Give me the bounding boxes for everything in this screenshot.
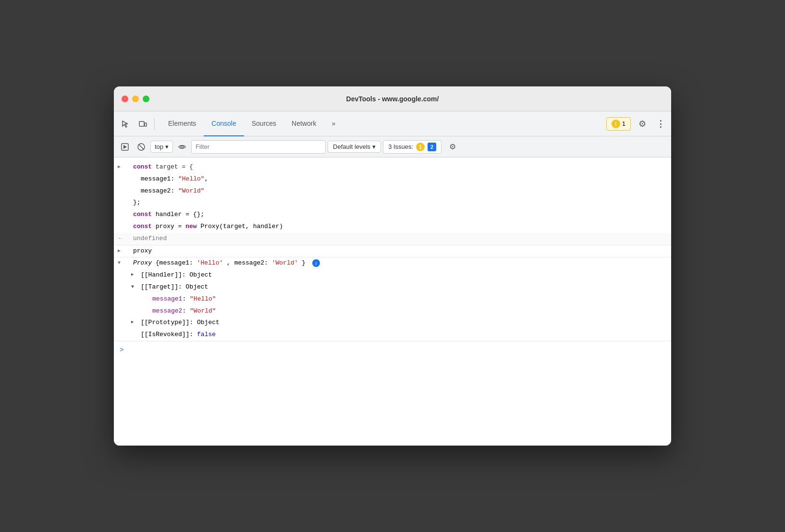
expand-icon[interactable] [118, 247, 121, 255]
console-entry-proxy-input: proxy [114, 245, 671, 258]
filter-input[interactable] [191, 140, 326, 154]
eye-button[interactable] [175, 140, 189, 154]
proxy-summary-line: Proxy {message1: 'Hello' , message2: 'Wo… [114, 257, 671, 269]
prototype-expand-icon[interactable] [131, 319, 134, 326]
code-line-handler: const handler = {}; [114, 209, 671, 221]
toolbar-right: ! 1 ⚙ ⋮ [606, 116, 667, 132]
dropdown-arrow-icon: ▾ [165, 143, 169, 150]
proxy-input-line: proxy [114, 245, 671, 257]
svg-line-5 [139, 144, 144, 149]
dropdown-arrow-icon: ▾ [372, 143, 376, 150]
code-entry-line: const target = { [114, 161, 671, 173]
run-script-button[interactable] [118, 140, 132, 154]
devtools-window: DevTools - www.google.com/ Elements Cons… [114, 86, 671, 446]
svg-marker-3 [123, 145, 127, 149]
tab-more[interactable]: » [324, 111, 343, 136]
warning-badge: ! [612, 120, 620, 128]
tab-sources[interactable]: Sources [244, 111, 284, 136]
target-message1-line: message1: "Hello" [114, 293, 671, 305]
maximize-button[interactable] [143, 96, 149, 102]
nav-tabs: Elements Console Sources Network » [160, 111, 343, 136]
tab-console[interactable]: Console [204, 111, 244, 136]
inspect-element-button[interactable] [118, 116, 133, 132]
code-line-close-brace: }; [114, 197, 671, 209]
code-line-message1: message1: "Hello", [114, 173, 671, 185]
code-line-proxy: const proxy = new Proxy(target, handler) [114, 221, 671, 233]
close-button[interactable] [122, 96, 128, 102]
info-icon[interactable]: i [312, 259, 320, 267]
console-entry-proxy-expanded: Proxy {message1: 'Hello' , message2: 'Wo… [114, 257, 671, 341]
target-message2-line: message2: "World" [114, 305, 671, 317]
console-output: const target = { message1: "Hello", mess… [114, 157, 671, 446]
titlebar: DevTools - www.google.com/ [114, 86, 671, 111]
target-collapse-icon[interactable] [131, 283, 134, 291]
default-levels-button[interactable]: Default levels ▾ [328, 141, 381, 153]
code-line-message2: message2: "World" [114, 185, 671, 197]
isrevoked-line: [[IsRevoked]]: false [114, 329, 671, 341]
console-settings-button[interactable]: ⚙ [445, 140, 460, 154]
svg-rect-0 [139, 121, 144, 126]
traffic-lights [122, 96, 149, 102]
toolbar-separator [154, 118, 155, 130]
tab-elements[interactable]: Elements [160, 111, 204, 136]
prompt-arrow-icon: > [120, 345, 123, 355]
collapse-icon[interactable] [118, 259, 121, 267]
console-toolbar: top ▾ Default levels ▾ 3 Issues: 1 2 ⚙ [114, 136, 671, 157]
expand-icon[interactable] [118, 163, 121, 171]
context-selector[interactable]: top ▾ [150, 141, 173, 153]
main-toolbar: Elements Console Sources Network » ! 1 ⚙… [114, 111, 671, 136]
prototype-line: [[Prototype]]: Object [114, 317, 671, 329]
info-count-badge: 2 [428, 143, 436, 151]
target-line: [[Target]]: Object [114, 281, 671, 293]
clear-console-button[interactable] [134, 140, 148, 154]
handler-line: [[Handler]]: Object [114, 269, 671, 281]
console-prompt[interactable]: > [114, 341, 671, 347]
settings-button[interactable]: ⚙ [635, 116, 650, 132]
issues-count-button[interactable]: 3 Issues: 1 2 [383, 140, 442, 154]
warning-count-badge: 1 [416, 143, 425, 151]
window-title: DevTools - www.google.com/ [346, 95, 439, 103]
svg-rect-1 [145, 123, 147, 126]
device-toolbar-button[interactable] [135, 116, 150, 132]
more-options-button[interactable]: ⋮ [654, 116, 667, 132]
minimize-button[interactable] [132, 96, 139, 102]
code-result-undefined: ← undefined [114, 233, 671, 245]
console-entry-code: const target = { message1: "Hello", mess… [114, 161, 671, 245]
svg-point-6 [181, 145, 184, 148]
issues-badge[interactable]: ! 1 [606, 117, 631, 131]
tab-network[interactable]: Network [284, 111, 324, 136]
handler-expand-icon[interactable] [131, 271, 134, 278]
